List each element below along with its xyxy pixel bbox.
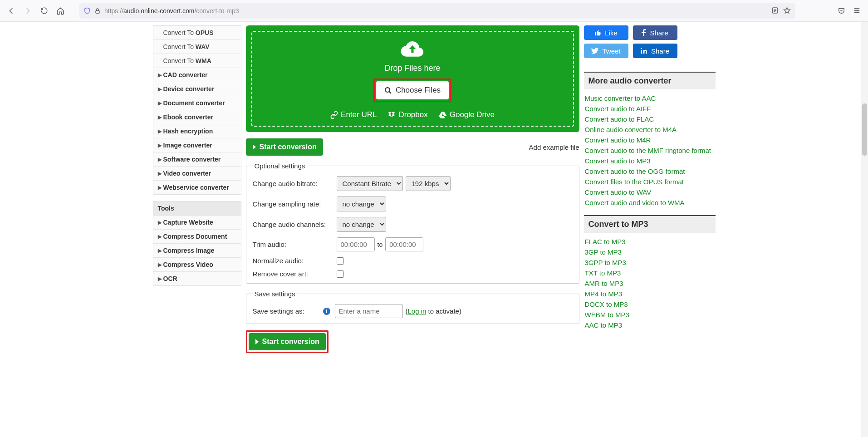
main-content: Drop Files here Choose Files Enter URL D…	[246, 25, 579, 353]
sample-rate-select[interactable]: no change	[337, 196, 386, 211]
gdrive-link[interactable]: Google Drive	[439, 110, 495, 119]
home-button[interactable]	[54, 4, 67, 18]
sidebar-format-item[interactable]: Convert To OPUS	[153, 26, 241, 40]
convert-to-link[interactable]: MP4 to MP3	[585, 290, 623, 298]
normalize-label: Normalize audio:	[253, 257, 337, 265]
more-converter-link[interactable]: Convert audio and video to WMA	[585, 199, 685, 206]
more-converter-link[interactable]: Convert audio to FLAC	[585, 115, 654, 123]
bitrate-value-select[interactable]: 192 kbps	[406, 176, 451, 191]
forward-button[interactable]	[21, 4, 34, 18]
svg-rect-0	[96, 10, 99, 13]
convert-to-link[interactable]: AMR to MP3	[585, 280, 623, 287]
sidebar-tool-item[interactable]: ▶ Capture Website	[153, 216, 241, 230]
bitrate-label: Change audio bitrate:	[253, 180, 337, 187]
choose-files-highlight: Choose Files	[373, 79, 451, 102]
fb-like-button[interactable]: Like	[584, 25, 628, 40]
more-converter-link[interactable]: Convert audio to M4R	[585, 136, 651, 144]
cover-art-checkbox[interactable]	[337, 270, 344, 278]
convert-to-link[interactable]: 3GPP to MP3	[585, 259, 626, 266]
sidebar-tool-item[interactable]: ▶ Compress Document	[153, 230, 241, 244]
trim-start-input[interactable]	[337, 237, 375, 251]
more-converter-link[interactable]: Online audio converter to M4A	[585, 126, 677, 133]
choose-files-button[interactable]: Choose Files	[376, 81, 449, 99]
url-text: https://audio.online-convert.com/convert…	[104, 7, 239, 15]
pocket-button[interactable]	[834, 4, 848, 18]
bookmark-icon[interactable]	[783, 7, 791, 15]
enter-url-link[interactable]: Enter URL	[330, 110, 377, 119]
sample-rate-label: Change sampling rate:	[253, 200, 337, 208]
sidebar-category-item[interactable]: ▶ Video converter	[153, 167, 241, 181]
browser-toolbar: https://audio.online-convert.com/convert…	[0, 0, 868, 22]
facebook-icon	[642, 29, 646, 36]
convert-to-link[interactable]: FLAC to MP3	[585, 238, 626, 246]
sidebar-category-item[interactable]: ▶ Document converter	[153, 96, 241, 110]
more-converter-link[interactable]: Convert audio to MP3	[585, 157, 651, 165]
save-as-label: Save settings as:	[253, 307, 323, 315]
shield-icon	[83, 7, 91, 15]
save-legend: Save settings	[253, 290, 297, 298]
lock-icon	[94, 8, 101, 14]
sidebar-category-item[interactable]: ▶ Image converter	[153, 138, 241, 152]
more-converter-link[interactable]: Convert audio to WAV	[585, 188, 652, 196]
linkedin-share-button[interactable]: Share	[633, 44, 677, 58]
channels-select[interactable]: no change	[337, 217, 386, 232]
left-sidebar: Convert To OPUSConvert To WAVConvert To …	[153, 25, 241, 353]
svg-point-2	[385, 88, 390, 92]
sidebar-tool-item[interactable]: ▶ Compress Image	[153, 244, 241, 258]
page-scrollbar[interactable]	[861, 22, 868, 357]
cloud-upload-icon	[400, 40, 425, 58]
login-link[interactable]: Log in	[408, 307, 427, 315]
dropbox-link[interactable]: Dropbox	[387, 110, 427, 119]
sidebar-category-item[interactable]: ▶ Device converter	[153, 82, 241, 96]
convert-to-mp3-heading: Convert to MP3	[584, 215, 716, 233]
reader-icon[interactable]	[771, 7, 779, 14]
sidebar-tool-item[interactable]: ▶ OCR	[153, 272, 241, 285]
menu-button[interactable]	[850, 4, 863, 18]
sidebar-category-item[interactable]: ▶ Webservice converter	[153, 181, 241, 194]
drop-text: Drop Files here	[384, 64, 440, 73]
convert-to-link[interactable]: AAC to MP3	[585, 321, 623, 329]
more-converter-link[interactable]: Convert audio to AIFF	[585, 105, 651, 113]
trim-end-input[interactable]	[385, 237, 423, 251]
bitrate-mode-select[interactable]: Constant Bitrate	[337, 176, 403, 191]
more-converter-link[interactable]: Convert audio to the MMF ringtone format	[585, 147, 711, 154]
info-icon[interactable]: i	[323, 308, 330, 315]
optional-legend: Optional settings	[253, 162, 307, 170]
sidebar-category-item[interactable]: ▶ Ebook converter	[153, 110, 241, 124]
search-icon	[384, 87, 392, 94]
trim-to-label: to	[378, 241, 383, 248]
sidebar-format-item[interactable]: Convert To WMA	[153, 54, 241, 68]
tweet-button[interactable]: Tweet	[584, 44, 628, 58]
more-converter-link[interactable]: Music converter to AAC	[585, 94, 656, 102]
start-conversion-button-bottom[interactable]: Start conversion	[249, 333, 326, 350]
optional-settings-group: Optional settings Change audio bitrate: …	[246, 162, 579, 284]
more-converter-link[interactable]: Convert audio to the OGG format	[585, 167, 685, 175]
back-button[interactable]	[5, 4, 18, 18]
convert-to-link[interactable]: WEBM to MP3	[585, 311, 629, 319]
sidebar-category-item[interactable]: ▶ Hash encryption	[153, 124, 241, 138]
linkedin-icon	[641, 48, 647, 54]
sidebar-format-item[interactable]: Convert To WAV	[153, 40, 241, 54]
reload-button[interactable]	[37, 4, 51, 18]
normalize-checkbox[interactable]	[337, 257, 344, 265]
sidebar-category-item[interactable]: ▶ CAD converter	[153, 68, 241, 82]
sidebar-category-item[interactable]: ▶ Software converter	[153, 152, 241, 167]
address-bar[interactable]: https://audio.online-convert.com/convert…	[79, 3, 795, 19]
cover-art-label: Remove cover art:	[253, 270, 337, 278]
save-settings-group: Save settings Save settings as: i (Log i…	[246, 290, 579, 324]
save-name-input[interactable]	[335, 304, 403, 318]
file-dropzone[interactable]: Drop Files here Choose Files Enter URL D…	[246, 25, 579, 132]
convert-to-link[interactable]: TXT to MP3	[585, 269, 621, 277]
more-converter-heading: More audio converter	[584, 72, 716, 89]
activate-hint: (Log in to activate)	[406, 307, 461, 315]
more-converter-link[interactable]: Convert files to the OPUS format	[585, 178, 684, 186]
fb-share-button[interactable]: Share	[633, 25, 677, 40]
convert-to-link[interactable]: 3GP to MP3	[585, 248, 622, 256]
add-example-link[interactable]: Add example file	[529, 143, 579, 151]
convert-to-link[interactable]: DOCX to MP3	[585, 300, 628, 308]
dropbox-icon	[387, 111, 396, 119]
sidebar-tool-item[interactable]: ▶ Compress Video	[153, 258, 241, 272]
gdrive-icon	[439, 111, 447, 119]
start-conversion-button-top[interactable]: Start conversion	[246, 138, 323, 156]
right-sidebar: Like Share Tweet Share More audio conver…	[584, 25, 716, 353]
